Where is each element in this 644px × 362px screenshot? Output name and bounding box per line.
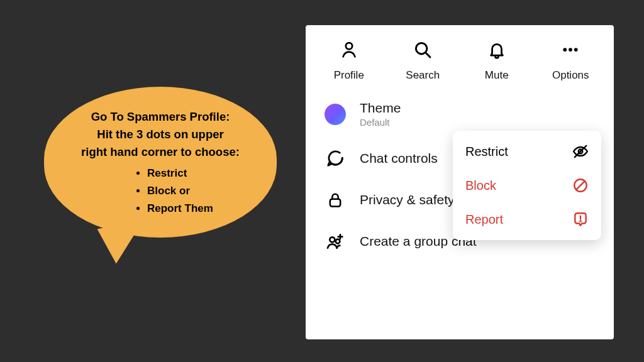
- bubble-text: Go To Spammers Profile: Hit the 3 dots o…: [65, 108, 255, 161]
- bubble-bullet: Block or: [147, 182, 255, 200]
- svg-point-3: [564, 48, 567, 52]
- theme-value: Default: [360, 117, 401, 128]
- instruction-bubble: Go To Spammers Profile: Hit the 3 dots o…: [44, 87, 277, 238]
- svg-line-2: [426, 53, 430, 57]
- settings-panel: Profile Search Mute Options Theme De: [306, 25, 614, 339]
- svg-line-12: [576, 181, 584, 189]
- profile-button[interactable]: Profile: [319, 39, 379, 82]
- block-option[interactable]: Block: [453, 168, 601, 202]
- bubble-bullet: Restrict: [147, 165, 255, 182]
- svg-point-4: [569, 48, 572, 52]
- search-button[interactable]: Search: [392, 39, 453, 82]
- report-option[interactable]: Report: [453, 202, 601, 236]
- report-icon: [572, 211, 589, 228]
- theme-row[interactable]: Theme Default: [325, 101, 597, 128]
- block-label: Block: [465, 178, 496, 193]
- chat-icon: [325, 148, 346, 169]
- search-label: Search: [406, 69, 440, 82]
- bubble-line-3: right hand corner to choose:: [81, 145, 240, 158]
- options-button[interactable]: Options: [540, 39, 601, 82]
- svg-point-8: [336, 239, 340, 244]
- restrict-option[interactable]: Restrict: [453, 134, 601, 168]
- top-toolbar: Profile Search Mute Options: [306, 25, 614, 82]
- bubble-line-2: Hit the 3 dots on upper: [97, 128, 223, 141]
- group-add-icon: [325, 231, 346, 252]
- bubble-list: Restrict Block or Report Them: [65, 165, 255, 217]
- svg-point-5: [574, 48, 578, 52]
- search-icon: [412, 39, 433, 60]
- profile-icon: [338, 39, 360, 60]
- report-label: Report: [465, 212, 503, 227]
- bell-icon: [486, 39, 508, 60]
- mute-label: Mute: [485, 69, 509, 82]
- restrict-label: Restrict: [465, 145, 508, 159]
- theme-title: Theme: [360, 101, 401, 116]
- chat-controls-label: Chat controls: [360, 151, 438, 166]
- svg-point-0: [346, 43, 352, 49]
- bubble-bullet: Report Them: [147, 200, 255, 217]
- mute-button[interactable]: Mute: [467, 39, 527, 82]
- options-menu: Restrict Block Report: [453, 131, 601, 240]
- restrict-icon: [572, 143, 589, 160]
- svg-point-14: [580, 221, 580, 221]
- profile-label: Profile: [334, 69, 364, 82]
- svg-rect-6: [330, 199, 340, 207]
- block-icon: [572, 177, 589, 194]
- privacy-label: Privacy & safety: [360, 192, 455, 207]
- lock-icon: [325, 189, 346, 211]
- svg-point-7: [330, 237, 335, 242]
- more-dots-icon: [560, 39, 581, 60]
- theme-icon: [325, 104, 346, 125]
- options-label: Options: [552, 69, 589, 82]
- bubble-line-1: Go To Spammers Profile:: [91, 110, 230, 123]
